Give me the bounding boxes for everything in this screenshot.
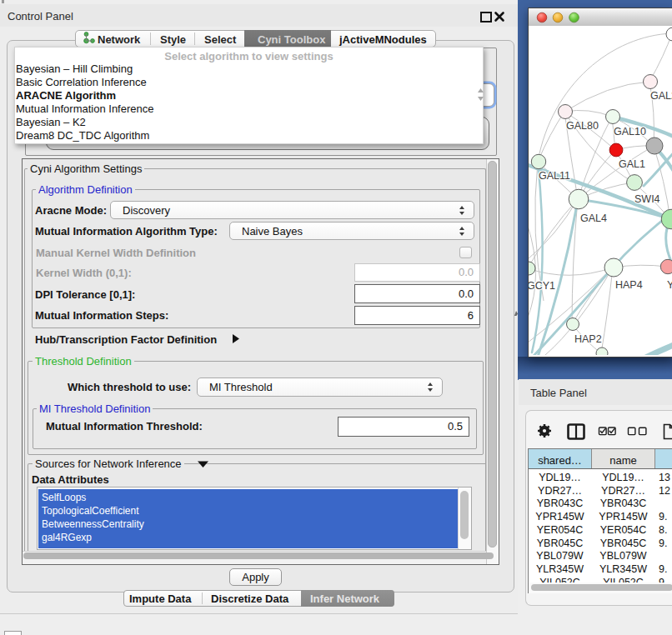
svg-text:SWI4: SWI4 <box>634 193 660 205</box>
svg-text:GAL10: GAL10 <box>614 126 646 138</box>
svg-text:GAL80: GAL80 <box>566 120 599 132</box>
svg-text:GAL4: GAL4 <box>580 212 607 224</box>
svg-text:HAP2: HAP2 <box>574 333 602 345</box>
svg-text:GAL11: GAL11 <box>539 170 570 182</box>
svg-text:GAL2: GAL2 <box>650 90 672 102</box>
svg-text:HAP4: HAP4 <box>615 279 643 291</box>
svg-text:Y: Y <box>667 279 672 291</box>
svg-text:GCY1: GCY1 <box>529 280 555 292</box>
svg-text:GAL1: GAL1 <box>619 158 645 170</box>
